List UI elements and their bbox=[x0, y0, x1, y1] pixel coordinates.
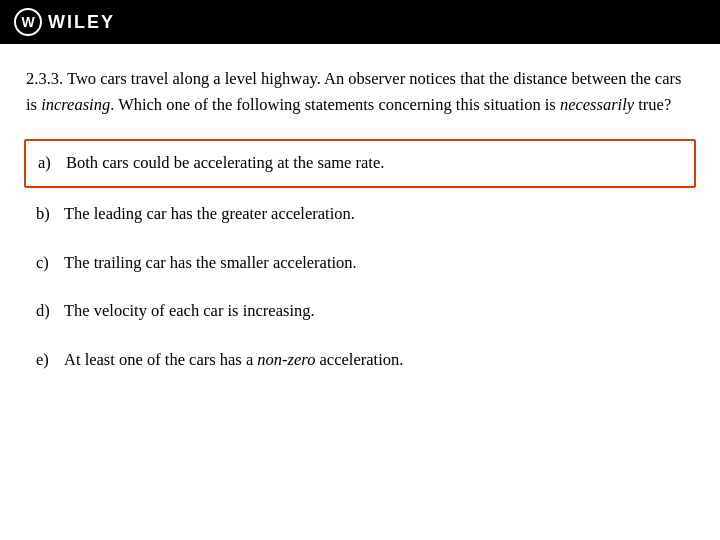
option-d-text: The velocity of each car is increasing. bbox=[64, 299, 684, 324]
option-c-label: c) bbox=[36, 251, 64, 276]
option-b-label: b) bbox=[36, 202, 64, 227]
option-b-text: The leading car has the greater accelera… bbox=[64, 202, 684, 227]
option-c-text: The trailing car has the smaller acceler… bbox=[64, 251, 684, 276]
wiley-logo: W WILEY bbox=[14, 8, 115, 36]
wiley-circle-icon: W bbox=[14, 8, 42, 36]
option-e-text: At least one of the cars has a non-zero … bbox=[64, 348, 684, 373]
option-a-label: a) bbox=[38, 151, 66, 176]
header-bar: W WILEY bbox=[0, 0, 720, 44]
option-a[interactable]: a) Both cars could be accelerating at th… bbox=[24, 139, 696, 188]
main-content: 2.3.3. Two cars travel along a level hig… bbox=[0, 44, 720, 403]
option-d-label: d) bbox=[36, 299, 64, 324]
question-body-start: Two cars travel along a level highway. A… bbox=[26, 69, 681, 114]
question-number: 2.3.3. bbox=[26, 69, 67, 88]
option-a-text: Both cars could be accelerating at the s… bbox=[66, 151, 682, 176]
option-e-label: e) bbox=[36, 348, 64, 373]
wiley-brand-text: WILEY bbox=[48, 12, 115, 33]
option-c[interactable]: c) The trailing car has the smaller acce… bbox=[24, 241, 696, 286]
option-d[interactable]: d) The velocity of each car is increasin… bbox=[24, 289, 696, 334]
option-e[interactable]: e) At least one of the cars has a non-ze… bbox=[24, 338, 696, 383]
option-b[interactable]: b) The leading car has the greater accel… bbox=[24, 192, 696, 237]
question-text: 2.3.3. Two cars travel along a level hig… bbox=[24, 66, 696, 117]
wiley-w-letter: W bbox=[21, 14, 34, 30]
